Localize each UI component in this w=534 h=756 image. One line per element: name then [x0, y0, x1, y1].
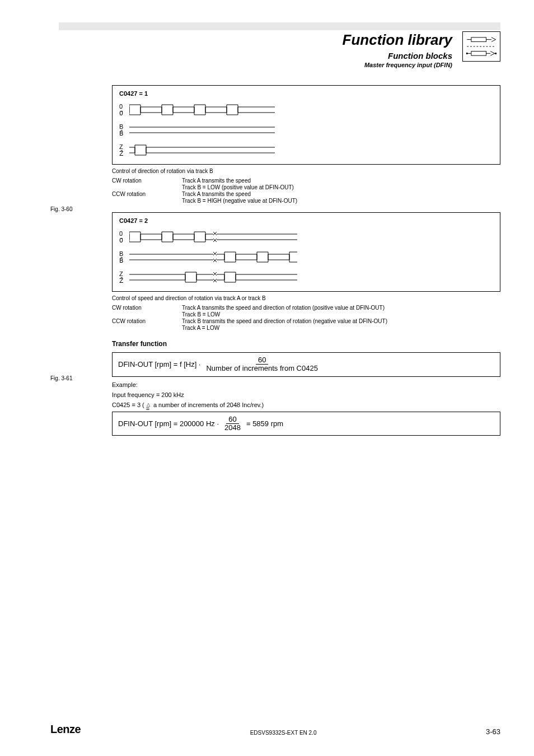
formula-box-1: DFIN-OUT [rpm] = f [Hz] · 60 Number of i… [112, 352, 500, 377]
formula-box-2: DFIN-OUT [rpm] = 200000 Hz · 60 2048 = 5… [112, 412, 500, 436]
track-a-labels: 0 0̄ [119, 104, 129, 116]
example-label: Example: [112, 381, 500, 388]
definition-table: CW rotationTrack A transmits the speed a… [112, 305, 500, 331]
track-z-labels: Z Z̄ [119, 271, 129, 283]
formula2-denominator: 2048 [222, 424, 243, 432]
example-line-1: Input frequency = 200 kHz [112, 391, 500, 398]
page-footer: Lenze EDSVS9332S-EXT EN 2.0 3-63 [50, 723, 500, 736]
footer-doc-id: EDSVS9332S-EXT EN 2.0 [81, 730, 486, 736]
figure-box-c0427-2: C0427 = 2 0 0̄ [112, 212, 500, 292]
box-title: C0427 = 1 [119, 90, 493, 97]
formula-numerator: 60 [256, 356, 268, 365]
waveform-b-icon [129, 123, 275, 137]
formula-denominator: Number of increments from C0425 [204, 365, 320, 372]
waveform-a-icon [129, 102, 275, 117]
corresponds-to-icon: △= [146, 402, 152, 408]
header-sub1: Function blocks [343, 51, 452, 60]
formula2-numerator: 60 [226, 416, 238, 424]
svg-point-9 [495, 53, 496, 54]
figure-label: Fig. 3-61 [50, 375, 72, 381]
track-z-labels: Z Z̄ [119, 144, 129, 156]
page-header: Function library Function blocks Master … [50, 31, 500, 68]
figure-caption: Control of direction of rotation via tra… [112, 168, 500, 174]
example-line-2: C0425 = 3 ( △= a number of increments of… [112, 402, 500, 408]
svg-rect-1 [471, 38, 486, 42]
box-title: C0427 = 2 [119, 217, 493, 224]
track-b-labels: B B̄ [119, 124, 129, 136]
brand-logo: Lenze [50, 723, 81, 736]
waveform-z-icon [129, 143, 275, 157]
waveform-a2-icon [129, 230, 297, 244]
formula-left: DFIN-OUT [rpm] = f [Hz] · [118, 360, 200, 368]
definition-table: CW rotationTrack A transmits the speed T… [112, 178, 500, 204]
function-block-icon [462, 31, 500, 62]
header-title: Function library [343, 31, 452, 49]
transfer-function-heading: Transfer function [112, 340, 500, 348]
top-gray-bar [59, 22, 500, 30]
page-number: 3-63 [486, 727, 500, 736]
track-b-labels: B B̄ [119, 251, 129, 263]
waveform-b2-icon [129, 250, 297, 264]
figure-box-c0427-1: C0427 = 1 0 0̄ B B̄ [112, 85, 500, 165]
waveform-z2-icon [129, 270, 297, 284]
formula2-right: = 5859 rpm [246, 419, 283, 428]
figure-label: Fig. 3-60 [50, 206, 72, 212]
header-sub2: Master frequency input (DFIN) [343, 62, 452, 68]
formula2-left: DFIN-OUT [rpm] = 200000 Hz · [118, 419, 219, 428]
figure-caption: Control of speed and direction of rotati… [112, 295, 500, 301]
track-a-labels: 0 0̄ [119, 231, 129, 243]
svg-rect-6 [471, 52, 486, 56]
